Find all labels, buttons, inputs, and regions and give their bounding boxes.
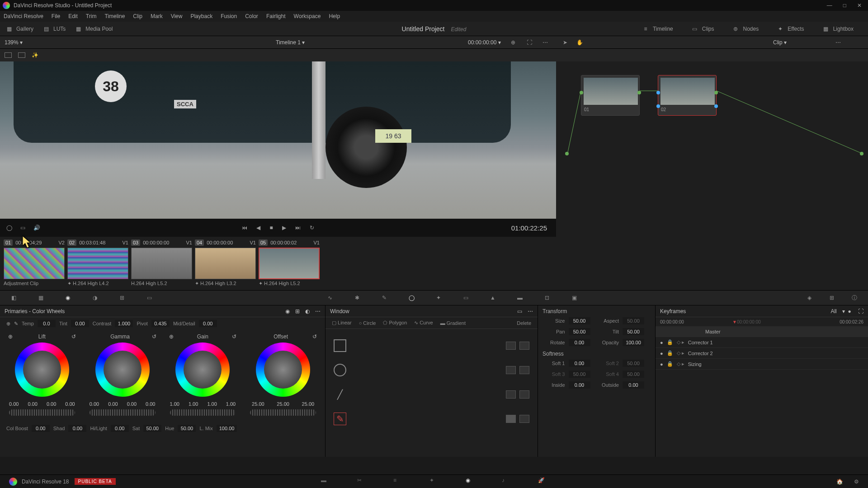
viewmode-2-icon[interactable] [18,52,25,58]
scopes-icon[interactable]: ⊞ [827,293,836,302]
pivot-value[interactable]: 0.435 [151,320,170,327]
lmix-value[interactable]: 100.00 [217,425,237,432]
page-cut-icon[interactable]: ✂ [357,477,366,486]
info-icon[interactable]: ⓘ [850,293,859,302]
lift-jog[interactable] [9,409,75,416]
page-color-icon[interactable]: ◉ [466,477,475,486]
outside-value[interactable]: 0.00 [623,381,644,389]
soft3-value[interactable]: 50.00 [569,371,590,378]
pointer-icon[interactable]: ➤ [563,39,567,46]
menu-color[interactable]: Color [245,13,258,19]
node-01[interactable]: 01 [581,75,640,116]
page-media-icon[interactable]: ▬ [321,477,330,486]
kf-corrector1[interactable]: Corrector 1 [688,340,713,345]
soft1-value[interactable]: 0.00 [569,360,590,367]
zoom-dropdown[interactable]: 139% ▾ [5,39,23,46]
curves-icon[interactable]: ∿ [326,293,335,302]
menu-fusion[interactable]: Fusion [221,13,237,19]
shad-value[interactable]: 0.00 [68,425,86,432]
audio-icon[interactable]: 🔊 [33,225,40,231]
tracker-icon[interactable]: ✦ [434,293,443,302]
lightbox-button[interactable]: Lightbox [833,26,854,32]
bars-mode-icon[interactable]: ⊞ [295,308,300,314]
goto-last-button[interactable]: ⏭ [295,225,301,231]
menu-workspace[interactable]: Workspace [294,13,321,19]
window-icon[interactable]: ◯ [407,293,416,302]
magic-icon[interactable]: ✨ [32,52,38,58]
clip-05[interactable]: 0500:00:00:02V1 ✦ H.264 High L5.2 [259,239,320,288]
menu-clip[interactable]: Clip [133,13,142,19]
page-edit-icon[interactable]: ≡ [393,477,402,486]
shape-line-row[interactable]: ╱ [330,382,533,407]
timeline-icon[interactable]: ≡ [642,25,649,33]
menu-help[interactable]: Help [329,13,340,19]
settings-icon[interactable]: ⚙ [854,479,859,485]
menu-fairlight[interactable]: Fairlight [266,13,286,19]
lock-icon[interactable]: 🔒 [667,339,673,345]
nodes-icon[interactable]: ⊚ [732,25,739,33]
win-delete[interactable]: Delete [517,320,531,326]
lift-wheel[interactable]: ⊕Lift↺ 0.000.000.000.00 [5,333,80,418]
reset-icon[interactable]: ↺ [312,333,317,340]
lock-icon[interactable]: 🔒 [667,350,673,356]
mediapool-icon[interactable]: ▦ [75,25,82,33]
hue-value[interactable]: 50.00 [178,425,196,432]
hand-icon[interactable]: ✋ [576,39,583,46]
menu-resolve[interactable]: DaVinci Resolve [4,13,43,19]
motion-icon[interactable]: ▭ [145,293,154,302]
reset-icon[interactable]: ↺ [71,333,76,340]
sizing-icon[interactable]: ⊡ [542,293,552,302]
shape-pen-row[interactable]: ✎ [330,407,533,431]
soft2-value[interactable]: 50.00 [623,360,644,367]
timeline-dropdown[interactable]: Timeline 1 ▾ [276,39,305,46]
kf-sizing[interactable]: Sizing [688,361,702,367]
loop-button[interactable]: ↻ [310,225,314,231]
rgb-mixer-icon[interactable]: ⊞ [118,293,127,302]
inside-value[interactable]: 0.00 [569,381,590,389]
bypass-icon[interactable]: ⊕ [511,39,515,46]
opacity-value[interactable]: 100.00 [623,339,644,346]
node-options-icon[interactable]: ⋯ [835,39,841,46]
kf-master[interactable]: Master [705,329,721,334]
timeline-button[interactable]: Timeline [653,26,673,32]
keyframe-icon[interactable]: ◈ [805,293,814,302]
clips-icon[interactable]: ▭ [691,25,698,33]
color-wheels-icon[interactable]: ◉ [63,293,72,302]
resolve-logo-icon[interactable] [9,478,17,486]
viewer-timecode[interactable]: 00:00:00:00 ▾ [468,39,501,46]
warper-icon[interactable]: ✱ [353,293,362,302]
tilt-value[interactable]: 50.00 [623,328,644,335]
menu-mark[interactable]: Mark [151,13,163,19]
page-fusion-icon[interactable]: ✦ [429,477,439,486]
clip-03[interactable]: 0300:00:00:00V1 H.264 High L5.2 [131,239,192,288]
color-match-icon[interactable]: ▦ [36,293,45,302]
qualifier-icon[interactable]: ✎ [380,293,389,302]
goto-first-button[interactable]: ⏮ [242,225,247,231]
key-icon[interactable]: ▬ [515,293,524,302]
reset-icon[interactable]: ↺ [232,333,236,340]
reset-icon[interactable]: ↺ [152,333,156,340]
options-icon[interactable]: ⋯ [542,39,548,46]
node-editor[interactable]: 01 02 [556,61,868,237]
soft4-value[interactable]: 50.00 [623,371,644,378]
stop-button[interactable]: ■ [269,225,273,231]
auto-balance-icon[interactable]: ✎ [14,321,18,327]
shape-circle-row[interactable] [330,358,533,382]
viewer-image[interactable]: 38 SCCA 19 63 [0,61,556,219]
mediapool-button[interactable]: Media Pool [85,26,113,32]
sat-value[interactable]: 50.00 [143,425,161,432]
page-deliver-icon[interactable]: 🚀 [538,477,547,486]
menu-timeline[interactable]: Timeline [104,13,125,19]
preset-icon[interactable]: ▭ [517,308,522,314]
hilight-value[interactable]: 0.00 [111,425,129,432]
gain-jog[interactable] [170,409,236,416]
clip-mode-dropdown[interactable]: Clip ▾ [773,39,787,46]
magic-mask-icon[interactable]: ▭ [461,293,470,302]
clip-01[interactable]: 0100:00:04;29V2 Adjustment Clip [4,239,65,288]
middetail-value[interactable]: 0.00 [199,320,217,327]
blur-icon[interactable]: ▲ [488,293,497,302]
log-mode-icon[interactable]: ◐ [305,308,310,314]
maximize-icon[interactable]: □ [843,2,846,9]
lightbox-icon[interactable]: ▦ [822,25,830,33]
3d-icon[interactable]: ▣ [570,293,579,302]
